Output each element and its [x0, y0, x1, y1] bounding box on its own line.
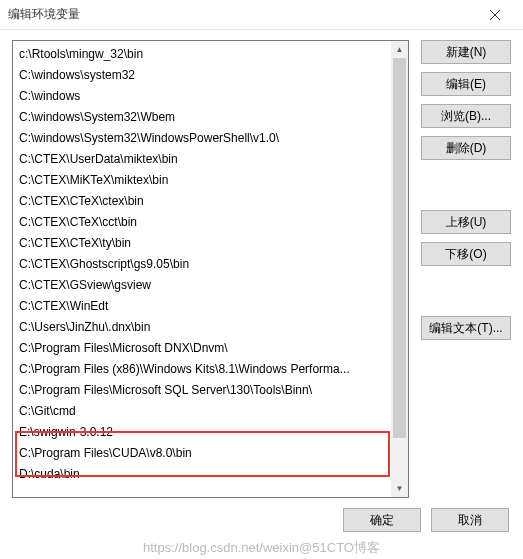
close-icon — [490, 10, 500, 20]
scroll-down-icon[interactable]: ▼ — [391, 480, 408, 497]
list-item[interactable]: D:\cuda\bin — [13, 463, 408, 484]
spacer — [421, 274, 511, 308]
dialog-title: 编辑环境变量 — [8, 6, 475, 23]
scrollbar[interactable]: ▲ ▼ — [391, 41, 408, 497]
list-item[interactable]: C:\CTEX\Ghostscript\gs9.05\bin — [13, 253, 408, 274]
close-button[interactable] — [475, 0, 515, 30]
footer: 确定 取消 — [0, 498, 523, 532]
list-item[interactable]: C:\CTEX\WinEdt — [13, 295, 408, 316]
list-item[interactable]: C:\Program Files (x86)\Windows Kits\8.1\… — [13, 358, 408, 379]
edit-button[interactable]: 编辑(E) — [421, 72, 511, 96]
titlebar: 编辑环境变量 — [0, 0, 523, 30]
list-item[interactable]: C:\CTEX\CTeX\cct\bin — [13, 211, 408, 232]
list-item[interactable]: C:\CTEX\CTeX\ty\bin — [13, 232, 408, 253]
list-item[interactable]: C:\windows\system32 — [13, 64, 408, 85]
delete-button[interactable]: 删除(D) — [421, 136, 511, 160]
list-item[interactable]: C:\CTEX\GSview\gsview — [13, 274, 408, 295]
list-item[interactable]: C:\Git\cmd — [13, 400, 408, 421]
ok-button[interactable]: 确定 — [343, 508, 421, 532]
content-area: c:\Rtools\mingw_32\binC:\windows\system3… — [0, 30, 523, 498]
list-item[interactable]: C:\Program Files\CUDA\v8.0\bin — [13, 442, 408, 463]
browse-button[interactable]: 浏览(B)... — [421, 104, 511, 128]
movedown-button[interactable]: 下移(O) — [421, 242, 511, 266]
list-item[interactable]: C:\CTEX\CTeX\ctex\bin — [13, 190, 408, 211]
list-item[interactable]: C:\Users\JinZhu\.dnx\bin — [13, 316, 408, 337]
list-item[interactable]: C:\Program Files\Microsoft DNX\Dnvm\ — [13, 337, 408, 358]
scroll-thumb[interactable] — [393, 58, 406, 438]
list-item[interactable]: C:\windows\System32\WindowsPowerShell\v1… — [13, 127, 408, 148]
moveup-button[interactable]: 上移(U) — [421, 210, 511, 234]
watermark-text: https://blog.csdn.net/weixin@51CTO博客 — [0, 539, 523, 557]
list-item[interactable]: C:\windows\System32\Wbem — [13, 106, 408, 127]
list-item[interactable]: C:\windows — [13, 85, 408, 106]
scroll-up-icon[interactable]: ▲ — [391, 41, 408, 58]
new-button[interactable]: 新建(N) — [421, 40, 511, 64]
list-item[interactable]: C:\Program Files\Microsoft SQL Server\13… — [13, 379, 408, 400]
path-listbox[interactable]: c:\Rtools\mingw_32\binC:\windows\system3… — [12, 40, 409, 498]
edittext-button[interactable]: 编辑文本(T)... — [421, 316, 511, 340]
side-button-panel: 新建(N) 编辑(E) 浏览(B)... 删除(D) 上移(U) 下移(O) 编… — [421, 40, 511, 498]
list-item[interactable]: C:\CTEX\UserData\miktex\bin — [13, 148, 408, 169]
spacer — [421, 168, 511, 202]
list-item[interactable]: c:\Rtools\mingw_32\bin — [13, 43, 408, 64]
list-item[interactable]: E:\swigwin-3.0.12 — [13, 421, 408, 442]
list-item[interactable]: C:\CTEX\MiKTeX\miktex\bin — [13, 169, 408, 190]
scroll-track[interactable] — [391, 58, 408, 480]
cancel-button[interactable]: 取消 — [431, 508, 509, 532]
